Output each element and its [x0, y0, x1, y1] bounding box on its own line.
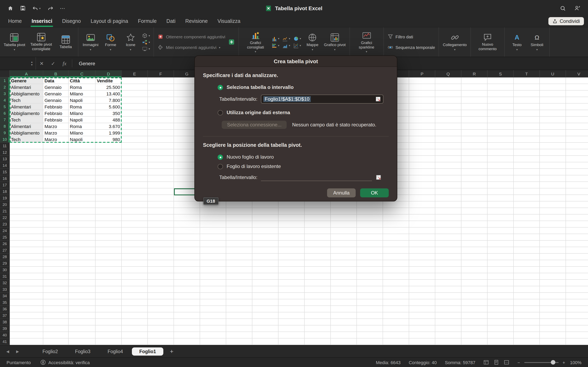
cell-C40[interactable]	[69, 332, 95, 338]
cell-F38[interactable]	[148, 319, 174, 325]
ribbon-item-sequenza-temporale[interactable]: Sequenza temporale	[387, 44, 435, 50]
range-input[interactable]: Foglio1!$A$1:$D$10	[261, 95, 384, 104]
cell-B25[interactable]	[43, 234, 69, 241]
cell-K21[interactable]	[278, 208, 305, 215]
cell-M23[interactable]	[331, 221, 357, 227]
row-header-32[interactable]: 32	[0, 280, 10, 286]
row-header-13[interactable]: 13	[0, 156, 10, 162]
row-header-2[interactable]: 2	[0, 84, 10, 91]
cell-J31[interactable]	[252, 273, 278, 280]
ribbon-mini-models-3d[interactable]: ▾	[142, 33, 150, 38]
cell-N37[interactable]	[357, 312, 383, 319]
cell-C41[interactable]	[69, 338, 95, 345]
cell-J37[interactable]	[252, 312, 278, 319]
row-header-19[interactable]: 19	[0, 195, 10, 201]
cell-S34[interactable]	[488, 293, 514, 299]
cell-F3[interactable]	[148, 91, 174, 97]
column-header-E[interactable]: E	[122, 70, 148, 77]
cell-D36[interactable]	[95, 306, 122, 312]
cell-Q34[interactable]	[435, 293, 461, 299]
column-header-P[interactable]: P	[409, 70, 435, 77]
cell-V37[interactable]	[566, 312, 588, 319]
cell-G30[interactable]	[174, 267, 200, 273]
cell-C30[interactable]	[69, 267, 95, 273]
cell-T22[interactable]	[514, 215, 540, 221]
cell-T13[interactable]	[514, 156, 540, 162]
cell-K27[interactable]	[278, 247, 305, 254]
cell-E38[interactable]	[122, 319, 148, 325]
cell-Q3[interactable]	[435, 91, 461, 97]
ribbon-button-forme[interactable]: Forme▾	[102, 33, 119, 51]
cell-F14[interactable]	[148, 162, 174, 169]
cell-B12[interactable]	[43, 149, 69, 156]
cell-O22[interactable]	[383, 215, 409, 221]
cell-S16[interactable]	[488, 175, 514, 182]
cell-A30[interactable]	[10, 267, 43, 273]
cell-R12[interactable]	[461, 149, 488, 156]
cell-F27[interactable]	[148, 247, 174, 254]
cell-I34[interactable]	[226, 293, 252, 299]
cell-E8[interactable]	[122, 123, 148, 130]
cell-Q16[interactable]	[435, 175, 461, 182]
cell-G41[interactable]	[174, 338, 200, 345]
cell-R30[interactable]	[461, 267, 488, 273]
cell-U14[interactable]	[540, 162, 566, 169]
cell-U23[interactable]	[540, 221, 566, 227]
cell-B19[interactable]	[43, 195, 69, 201]
cell-T2[interactable]	[514, 84, 540, 91]
cell-G25[interactable]	[174, 234, 200, 241]
cell-V41[interactable]	[566, 338, 588, 345]
cell-N38[interactable]	[357, 319, 383, 325]
cell-S29[interactable]	[488, 260, 514, 267]
cell-D27[interactable]	[95, 247, 122, 254]
cell-C20[interactable]	[69, 201, 95, 208]
cell-A31[interactable]	[10, 273, 43, 280]
cell-G21[interactable]	[174, 208, 200, 215]
cell-V4[interactable]	[566, 97, 588, 104]
cell-S17[interactable]	[488, 182, 514, 188]
cell-C34[interactable]	[69, 293, 95, 299]
cell-A10[interactable]: Tech	[10, 136, 43, 143]
confirm-entry-icon[interactable]: ✓	[47, 60, 59, 66]
cell-F37[interactable]	[148, 312, 174, 319]
cell-S27[interactable]	[488, 247, 514, 254]
cell-A25[interactable]	[10, 234, 43, 241]
row-header-7[interactable]: 7	[0, 117, 10, 123]
cell-V33[interactable]	[566, 286, 588, 293]
cell-F40[interactable]	[148, 332, 174, 338]
cell-D14[interactable]	[95, 162, 122, 169]
cell-J22[interactable]	[252, 215, 278, 221]
cell-P27[interactable]	[409, 247, 435, 254]
cell-I33[interactable]	[226, 286, 252, 293]
cell-I28[interactable]	[226, 254, 252, 260]
cell-P7[interactable]	[409, 117, 435, 123]
cell-D28[interactable]	[95, 254, 122, 260]
more-icon[interactable]: ⋯	[60, 6, 65, 11]
cell-A14[interactable]	[10, 162, 43, 169]
cell-A28[interactable]	[10, 254, 43, 260]
redo-icon[interactable]	[47, 5, 53, 11]
cell-B8[interactable]: Marzo	[43, 123, 69, 130]
cell-V14[interactable]	[566, 162, 588, 169]
zoom-out-icon[interactable]: −	[517, 360, 520, 365]
cell-L31[interactable]	[305, 273, 331, 280]
cell-U5[interactable]	[540, 104, 566, 110]
cell-D22[interactable]	[95, 215, 122, 221]
cell-O40[interactable]	[383, 332, 409, 338]
row-header-39[interactable]: 39	[0, 325, 10, 332]
cell-R32[interactable]	[461, 280, 488, 286]
cell-J39[interactable]	[252, 325, 278, 332]
cancel-entry-icon[interactable]: ✕	[36, 60, 47, 66]
cell-S23[interactable]	[488, 221, 514, 227]
cell-E19[interactable]	[122, 195, 148, 201]
cell-J34[interactable]	[252, 293, 278, 299]
cell-A3[interactable]: Abbigliamento	[10, 91, 43, 97]
row-header-36[interactable]: 36	[0, 306, 10, 312]
cell-T29[interactable]	[514, 260, 540, 267]
cell-M40[interactable]	[331, 332, 357, 338]
cell-P31[interactable]	[409, 273, 435, 280]
cell-B17[interactable]	[43, 182, 69, 188]
cell-Q40[interactable]	[435, 332, 461, 338]
cell-F30[interactable]	[148, 267, 174, 273]
cell-N22[interactable]	[357, 215, 383, 221]
